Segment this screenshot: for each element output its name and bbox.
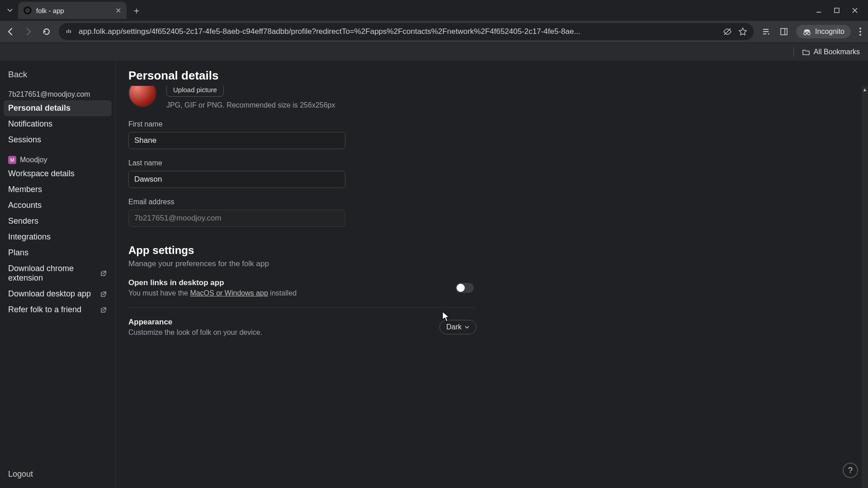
all-bookmarks-button[interactable]: All Bookmarks xyxy=(802,48,860,56)
tab-title: folk - app xyxy=(36,7,111,14)
svg-rect-5 xyxy=(781,28,787,35)
minimize-window-icon[interactable] xyxy=(816,7,822,14)
chevron-down-icon xyxy=(464,324,470,330)
last-name-field[interactable] xyxy=(128,171,345,188)
email-label: Email address xyxy=(128,198,476,206)
sidebar-item-label: Members xyxy=(8,185,42,194)
bookmarks-divider xyxy=(793,47,794,57)
folder-icon xyxy=(802,48,810,56)
appearance-title: Appearance xyxy=(128,318,439,327)
open-links-desc: You must have the MacOS or Windows app i… xyxy=(128,289,456,297)
svg-point-7 xyxy=(804,32,807,35)
svg-point-11 xyxy=(859,31,861,33)
sidebar-item-senders[interactable]: Senders xyxy=(4,213,112,229)
sidebar-item-sessions[interactable]: Sessions xyxy=(4,132,112,148)
external-link-icon xyxy=(100,306,107,314)
workspace-name: Moodjoy xyxy=(20,156,47,164)
first-name-label: First name xyxy=(128,120,476,128)
upload-picture-button[interactable]: Upload picture xyxy=(166,86,224,97)
sidebar-item-notifications[interactable]: Notifications xyxy=(4,116,112,132)
svg-point-12 xyxy=(859,34,861,36)
appearance-select[interactable]: Dark xyxy=(439,320,476,334)
tab-search-button[interactable] xyxy=(4,4,16,17)
browser-tab[interactable]: folk - app ✕ xyxy=(18,2,127,19)
sidebar-item-label: Download chrome extension xyxy=(8,264,100,283)
app-settings-heading: App settings xyxy=(128,244,476,257)
sidebar-item-plans[interactable]: Plans xyxy=(4,245,112,261)
open-links-suffix: installed xyxy=(268,289,297,297)
appearance-desc: Customize the look of folk on your devic… xyxy=(128,328,439,337)
svg-line-3 xyxy=(724,28,731,35)
svg-rect-2 xyxy=(835,8,839,13)
open-links-prefix: You must have the xyxy=(128,289,190,297)
browser-menu-icon[interactable] xyxy=(857,27,863,36)
app-settings-subheading: Manage your preferences for the folk app xyxy=(128,259,476,268)
back-link[interactable]: Back xyxy=(4,67,112,88)
avatar[interactable] xyxy=(128,86,156,107)
sidebar-item-label: Personal details xyxy=(8,103,71,113)
email-field xyxy=(128,210,345,227)
external-link-icon xyxy=(100,291,107,298)
incognito-label: Incognito xyxy=(815,28,844,36)
svg-point-8 xyxy=(807,32,810,35)
new-tab-button[interactable]: ＋ xyxy=(129,3,144,18)
tab-favicon xyxy=(24,6,32,14)
sidebar-item-label: Refer folk to a friend xyxy=(8,305,81,314)
nav-back-button[interactable] xyxy=(5,26,16,38)
workspace-badge: M xyxy=(8,156,16,164)
sidebar-item-accounts[interactable]: Accounts xyxy=(4,197,112,213)
scrollbar[interactable]: ▲ xyxy=(862,86,868,488)
eye-off-icon[interactable] xyxy=(723,27,732,36)
reading-list-icon[interactable] xyxy=(760,26,772,38)
sidebar-item-workspace-details[interactable]: Workspace details xyxy=(4,166,112,182)
logout-button[interactable]: Logout xyxy=(4,465,112,483)
open-links-toggle[interactable] xyxy=(456,283,474,293)
close-tab-icon[interactable]: ✕ xyxy=(115,6,121,15)
external-link-icon xyxy=(100,270,107,277)
svg-point-10 xyxy=(859,28,861,29)
sidebar-item-label: Download desktop app xyxy=(8,289,91,299)
sidebar-item-desktop-app[interactable]: Download desktop app xyxy=(4,286,112,302)
reload-button[interactable] xyxy=(41,26,52,38)
sidebar-item-personal-details[interactable]: Personal details xyxy=(4,100,112,116)
scroll-up-arrow[interactable]: ▲ xyxy=(862,86,868,93)
sidebar-item-label: Integrations xyxy=(8,232,51,242)
address-bar[interactable]: app.folk.app/settings/4f652405-2c17-4fe5… xyxy=(59,23,754,40)
sidebar-item-chrome-extension[interactable]: Download chrome extension xyxy=(4,261,112,286)
incognito-badge[interactable]: Incognito xyxy=(796,25,851,38)
main-scroll-area[interactable]: Upload picture JPG, GIF or PNG. Recommen… xyxy=(116,86,862,488)
side-panel-icon[interactable] xyxy=(778,26,790,38)
sidebar-item-label: Accounts xyxy=(8,201,42,210)
sidebar-item-label: Senders xyxy=(8,216,38,226)
bookmark-star-icon[interactable] xyxy=(738,27,747,36)
upload-hint: JPG, GIF or PNG. Recommended size is 256… xyxy=(166,101,335,109)
page-title: Personal details xyxy=(128,69,855,83)
first-name-field[interactable] xyxy=(128,132,345,149)
maximize-window-icon[interactable] xyxy=(834,7,840,14)
url-text: app.folk.app/settings/4f652405-2c17-4fe5… xyxy=(79,27,717,36)
sidebar-item-label: Workspace details xyxy=(8,169,75,178)
appearance-value: Dark xyxy=(446,323,462,331)
close-window-icon[interactable] xyxy=(852,7,858,14)
sidebar-user-email: 7b217651@moodjoy.com xyxy=(4,88,112,100)
sidebar-item-members[interactable]: Members xyxy=(4,182,112,197)
sidebar-item-refer[interactable]: Refer folk to a friend xyxy=(4,302,112,318)
open-links-title: Open links in desktop app xyxy=(128,278,456,287)
svg-point-4 xyxy=(768,33,769,35)
svg-point-0 xyxy=(26,9,29,12)
all-bookmarks-label: All Bookmarks xyxy=(814,48,860,56)
nav-forward-button[interactable] xyxy=(23,26,34,38)
sidebar-item-label: Sessions xyxy=(8,135,41,145)
sidebar-item-label: Notifications xyxy=(8,119,52,129)
toggle-knob xyxy=(457,284,465,292)
help-button[interactable]: ? xyxy=(843,463,858,478)
sidebar-item-label: Plans xyxy=(8,248,28,258)
last-name-label: Last name xyxy=(128,159,476,167)
desktop-app-link[interactable]: MacOS or Windows app xyxy=(190,289,268,297)
site-info-icon[interactable] xyxy=(65,28,73,36)
sidebar-item-integrations[interactable]: Integrations xyxy=(4,229,112,245)
